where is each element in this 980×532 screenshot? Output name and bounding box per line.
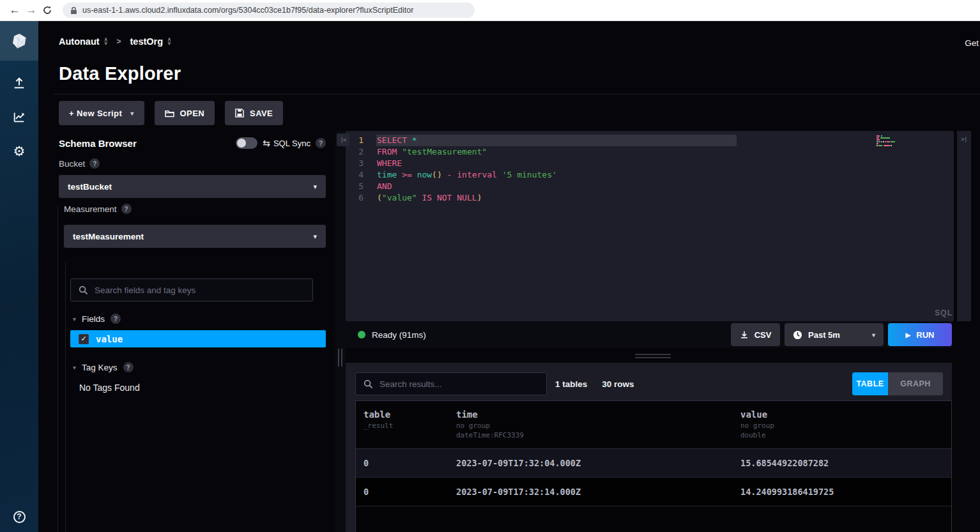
- browser-forward-icon[interactable]: →: [23, 4, 40, 17]
- vertical-splitter[interactable]: [335, 131, 346, 532]
- status-text: Ready (91ms): [372, 330, 426, 340]
- new-script-button[interactable]: + New Script ▾: [59, 101, 144, 125]
- editor-minimap[interactable]: [877, 135, 896, 146]
- folder-icon: [165, 109, 174, 118]
- breadcrumb-suborg[interactable]: testOrg ∧∨: [130, 36, 171, 47]
- code-line[interactable]: 1SELECT *: [346, 135, 954, 146]
- tag-keys-section-header[interactable]: ▾ Tag Keys ?: [73, 362, 134, 372]
- code-lines: 1SELECT *2FROM "testMeasurement"3WHERE4t…: [346, 135, 954, 204]
- breadcrumb: Autonaut ∧∨ > testOrg ∧∨: [59, 36, 171, 47]
- browser-chrome: ← → us-east-1-1.aws.cloud2.influxdata.co…: [0, 0, 980, 21]
- nav-sidebar: ⚙ ?: [0, 21, 38, 532]
- suborg-switcher-icon[interactable]: ∧∨: [167, 38, 171, 45]
- measurement-label: Measurement ?: [64, 204, 132, 214]
- bucket-label: Bucket ?: [59, 158, 100, 169]
- code-line[interactable]: 5AND: [346, 181, 954, 192]
- indent-guide: [65, 262, 66, 532]
- url-text: us-east-1-1.aws.cloud2.influxdata.com/or…: [82, 6, 413, 15]
- address-bar[interactable]: us-east-1-1.aws.cloud2.influxdata.com/or…: [63, 3, 475, 18]
- no-tags-found-text: No Tags Found: [79, 383, 140, 393]
- results-table: table_resulttimeno groupdateTime:RFC3339…: [355, 400, 952, 532]
- download-icon: [740, 330, 749, 339]
- fields-section-header[interactable]: ▾ Fields ?: [73, 314, 121, 324]
- influxdb-logo[interactable]: [0, 21, 38, 61]
- top-right-promo[interactable]: Get: [965, 38, 979, 48]
- play-icon: ▶: [906, 331, 911, 338]
- tag-keys-help-icon[interactable]: ?: [123, 362, 134, 372]
- chevron-down-icon: ▾: [130, 110, 134, 117]
- right-panel-strip: >|: [957, 131, 971, 321]
- csv-download-button[interactable]: CSV: [731, 323, 780, 346]
- checkbox-checked-icon[interactable]: ✓: [79, 334, 89, 344]
- table-column-header: table_result: [364, 409, 456, 448]
- view-toggle: TABLE GRAPH: [852, 372, 943, 395]
- sql-editor[interactable]: 1SELECT *2FROM "testMeasurement"3WHERE4t…: [346, 131, 954, 321]
- chevron-down-icon: ▾: [872, 331, 875, 338]
- code-line[interactable]: 4time >= now() - interval '5 minutes': [346, 169, 954, 181]
- chevron-down-icon: ▾: [313, 183, 317, 191]
- sql-sync-label: ⇆ SQL Sync: [263, 138, 310, 148]
- schema-browser-title: Schema Browser: [59, 138, 137, 149]
- page-title: Data Explorer: [59, 63, 181, 84]
- sql-sync-toggle[interactable]: [236, 137, 257, 149]
- breadcrumb-org[interactable]: Autonaut ∧∨: [59, 36, 107, 47]
- tab-table[interactable]: TABLE: [852, 372, 888, 395]
- results-panel: 1 tables 30 rows TABLE GRAPH table_resul…: [346, 363, 952, 532]
- time-range-dropdown[interactable]: Past 5m ▾: [785, 323, 884, 346]
- fields-help-icon[interactable]: ?: [111, 314, 121, 324]
- results-table-header: table_resulttimeno groupdateTime:RFC3339…: [356, 401, 951, 449]
- upload-icon[interactable]: [0, 72, 38, 94]
- language-label: SQL: [935, 308, 953, 317]
- rows-count: 30 rows: [602, 379, 634, 389]
- help-icon[interactable]: ?: [0, 506, 38, 528]
- bucket-help-icon[interactable]: ?: [89, 158, 100, 169]
- field-value-label: value: [96, 334, 123, 344]
- run-button[interactable]: ▶ RUN: [888, 323, 952, 346]
- schema-search-input[interactable]: [95, 285, 305, 295]
- collapse-left-icon[interactable]: |<: [337, 133, 349, 146]
- schema-search: [70, 278, 313, 301]
- measurement-help-icon[interactable]: ?: [121, 204, 132, 214]
- chevron-down-icon: ▾: [313, 232, 317, 241]
- code-line[interactable]: 6("value" IS NOT NULL): [346, 192, 954, 204]
- floppy-disk-icon: [235, 109, 244, 118]
- sync-arrows-icon: ⇆: [263, 138, 270, 148]
- search-icon: [79, 285, 88, 295]
- results-search: [355, 372, 547, 395]
- code-line[interactable]: 3WHERE: [346, 158, 954, 169]
- collapse-right-icon[interactable]: >|: [959, 136, 969, 142]
- tab-graph[interactable]: GRAPH: [888, 372, 943, 395]
- main-area: Autonaut ∧∨ > testOrg ∧∨ Get Data Explor…: [38, 21, 980, 532]
- schema-browser-panel: Schema Browser ⇆ SQL Sync ? Bucket ? tes…: [51, 137, 326, 532]
- results-table-body: 02023-07-09T17:32:04.000Z15.685449220872…: [356, 449, 951, 506]
- table-column-header: valueno groupdouble: [740, 409, 951, 448]
- measurement-dropdown[interactable]: testMeasurement ▾: [64, 225, 326, 248]
- bucket-dropdown[interactable]: testBucket ▾: [59, 175, 326, 198]
- table-row: 02023-07-09T17:32:14.000Z14.240993186419…: [356, 478, 951, 506]
- breadcrumb-separator: >: [116, 37, 121, 46]
- table-row: 02023-07-09T17:32:04.000Z15.685449220872…: [356, 449, 951, 478]
- query-status-bar: Ready (91ms) CSV Past 5m ▾ ▶ RUN: [346, 321, 952, 348]
- settings-gear-icon[interactable]: ⚙: [0, 140, 38, 162]
- indent-guide: [57, 206, 58, 532]
- title-divider: [54, 94, 980, 95]
- clock-icon: [793, 330, 802, 340]
- chevron-down-icon: ▾: [73, 364, 76, 371]
- lock-icon: [70, 6, 77, 15]
- browser-reload-icon[interactable]: [42, 5, 52, 15]
- browser-back-icon[interactable]: ←: [6, 4, 23, 17]
- org-switcher-icon[interactable]: ∧∨: [104, 38, 108, 45]
- data-explorer-icon[interactable]: [0, 106, 38, 128]
- table-column-header: timeno groupdateTime:RFC3339: [456, 409, 740, 448]
- tables-count: 1 tables: [555, 379, 587, 389]
- sql-sync-help-icon[interactable]: ?: [316, 138, 326, 148]
- results-search-input[interactable]: [379, 379, 539, 389]
- search-icon: [364, 379, 373, 389]
- field-item-value[interactable]: ✓ value: [70, 330, 326, 347]
- status-dot-icon: [358, 331, 365, 338]
- chevron-down-icon: ▾: [73, 315, 76, 323]
- horizontal-splitter[interactable]: [346, 348, 980, 363]
- open-button[interactable]: OPEN: [155, 101, 215, 125]
- code-line[interactable]: 2FROM "testMeasurement": [346, 146, 954, 158]
- save-button[interactable]: SAVE: [225, 101, 283, 125]
